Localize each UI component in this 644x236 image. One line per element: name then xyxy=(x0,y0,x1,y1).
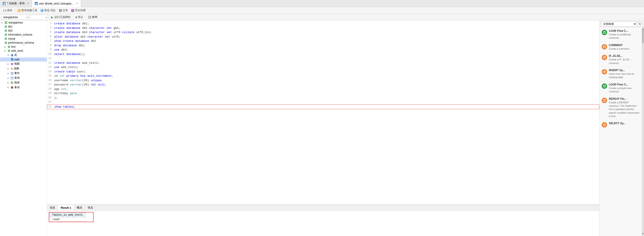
line-content[interactable]: create table user( xyxy=(54,70,598,74)
db-select[interactable] xyxy=(30,15,48,20)
line-content[interactable]: create database web_test1; xyxy=(54,61,598,65)
code-line-11[interactable]: 11 xyxy=(47,56,599,61)
sql-editor[interactable]: 3create database db1;4create database db… xyxy=(47,20,599,205)
code-line-5[interactable]: 5create database db3 character set utf8 … xyxy=(47,30,599,35)
code-line-17[interactable]: 17 password varchar(20) not null, xyxy=(47,82,599,87)
line-content[interactable]: create database db1; xyxy=(54,22,598,26)
run-selected-button[interactable]: ▶ 运行已选择的 xyxy=(49,15,72,20)
line-content[interactable]: id int primary key auto_increment, xyxy=(54,74,598,78)
code-line-22[interactable]: 22show tables; xyxy=(47,104,599,110)
sidebar-label-db2: db2 xyxy=(8,25,12,28)
tab-untitled-query[interactable]: * 无标题 - 查询 ✕ xyxy=(0,0,32,7)
tab-user-query[interactable]: user @web_test1 (wangqiu... ✕ xyxy=(32,0,81,7)
code-line-19[interactable]: 19 birthday date xyxy=(47,91,599,96)
snippet-item-insert-sy[interactable]: INSERT Sy...Insert new rows into an exis… xyxy=(600,67,642,81)
beautify-button[interactable]: 美化 SQL xyxy=(39,8,57,13)
sidebar-item-events[interactable]: ▸ 事件 xyxy=(0,71,47,76)
code-line-3[interactable]: 3create database db1; xyxy=(47,22,599,26)
line-content[interactable]: create database db2 character set gbk; xyxy=(54,26,598,30)
line-content[interactable]: drop database db1; xyxy=(54,44,598,48)
explain-button[interactable]: 解释 xyxy=(86,15,99,20)
sidebar-item-funcs[interactable]: ▸ fx 函数 xyxy=(0,66,47,71)
snippet-item-loop-flow[interactable]: LOOP Flow C...Create a simple loop const… xyxy=(600,81,642,96)
line-content[interactable]: use db3; xyxy=(54,48,598,52)
code-line-21[interactable]: 21 xyxy=(47,100,599,104)
line-number: 16 xyxy=(47,78,54,82)
code-line-18[interactable]: 18 age int, xyxy=(47,87,599,92)
sidebar-item-queries[interactable]: ▸ 查询 xyxy=(0,76,47,80)
text-button[interactable]: T 文本 xyxy=(58,8,69,13)
sidebar-item-mysql[interactable]: mysql xyxy=(0,37,47,41)
sidebar-item-tables-group[interactable]: ▾ 表 xyxy=(0,53,47,58)
sidebar-item-performance-schema[interactable]: performance_schema xyxy=(0,41,47,45)
scroll-down-arrow[interactable]: ▼ xyxy=(642,232,644,235)
line-number: 7 xyxy=(47,39,54,43)
line-content[interactable]: select database(); xyxy=(54,52,598,56)
code-line-8[interactable]: 8drop database db1; xyxy=(47,44,599,48)
sidebar-item-test[interactable]: ▸ test xyxy=(0,45,47,49)
sidebar-item-user-table[interactable]: user xyxy=(0,58,47,62)
line-content[interactable]: create database db3 character set utf8 c… xyxy=(54,30,598,35)
db-icon-test xyxy=(8,46,10,48)
line-content[interactable]: use web_test1; xyxy=(54,65,598,70)
line-content[interactable] xyxy=(54,56,598,61)
result-tabs: 信息 Result 1 概况 状态 xyxy=(47,205,599,211)
line-content[interactable]: show tables; xyxy=(54,105,597,109)
tag-select[interactable]: 全部标签 xyxy=(601,22,637,26)
line-content[interactable]: alter database db2 character set utf8; xyxy=(54,35,598,39)
tab-untitled-query-close[interactable]: ✕ xyxy=(27,2,29,5)
tab-user-query-close[interactable]: ✕ xyxy=(76,2,78,5)
sidebar-item-information-schema[interactable]: information_schema xyxy=(0,33,47,37)
code-line-9[interactable]: 9use db3; xyxy=(47,48,599,52)
code-line-12[interactable]: 12create database web_test1; xyxy=(47,61,599,65)
snippet-item-if-else[interactable]: IF...ELSE...Create a IF...ELSE... constr… xyxy=(600,52,642,67)
refresh-button[interactable]: ↻ xyxy=(638,22,642,26)
sidebar-item-reports[interactable]: ▸ 报表 xyxy=(0,80,47,85)
snippet-item-case-flow[interactable]: CASE Flow C...Create a conditional const… xyxy=(600,28,642,42)
result-table-row[interactable]: ▸user xyxy=(50,218,86,222)
result-tab-result1[interactable]: Result 1 xyxy=(58,205,74,210)
result-tab-overview[interactable]: 概况 xyxy=(74,205,85,210)
query-builder-button[interactable]: 查询创建工具 xyxy=(16,8,39,13)
code-line-10[interactable]: 10select database(); xyxy=(47,52,599,56)
line-content[interactable]: password varchar(20) not null, xyxy=(54,82,598,87)
stop-button[interactable]: ■ 停止 xyxy=(74,15,85,20)
sidebar-label-events: 事件 xyxy=(14,71,20,75)
line-content[interactable]: show create database db2 xyxy=(54,39,598,44)
line-content[interactable]: username varchar(20) unique, xyxy=(54,78,598,83)
snippet-item-select-sy[interactable]: SELECT Sy... xyxy=(600,120,642,130)
code-line-20[interactable]: 20); xyxy=(47,96,599,100)
sidebar-item-views[interactable]: ▸ 视图 xyxy=(0,62,47,66)
export-button[interactable]: 导出结果 xyxy=(70,8,87,13)
scroll-thumb[interactable] xyxy=(642,30,644,43)
line-content[interactable] xyxy=(54,100,598,104)
right-scrollbar[interactable]: ▲ ▼ xyxy=(642,28,644,236)
code-line-16[interactable]: 16 username varchar(20) unique, xyxy=(47,78,599,83)
sidebar-item-db2[interactable]: db2 xyxy=(0,24,47,29)
svg-rect-54 xyxy=(11,54,13,56)
line-content[interactable]: birthday date xyxy=(54,91,598,96)
snippet-icon xyxy=(602,98,607,103)
user-select[interactable]: wangqiuhao xyxy=(2,15,29,20)
sidebar-item-server[interactable]: ▾ wangqiuhao xyxy=(0,20,47,24)
save-button[interactable]: 保存 xyxy=(2,8,14,13)
chevron-right-icon-reports: ▸ xyxy=(8,82,10,84)
code-line-13[interactable]: 13use web_test1; xyxy=(47,65,599,70)
code-line-4[interactable]: 4create database db2 character set gbk; xyxy=(47,26,599,30)
result-tab-status[interactable]: 状态 xyxy=(85,205,96,210)
code-line-7[interactable]: 7show create database db2 xyxy=(47,39,599,44)
sidebar-item-web-test1[interactable]: ▾ web_test1 xyxy=(0,49,47,53)
line-content[interactable]: age int, xyxy=(54,87,598,92)
sidebar-item-db3[interactable]: db3 xyxy=(0,29,47,33)
snippet-item-repeat[interactable]: REPEAT Flo...Create a REPEAT construct. … xyxy=(600,96,642,120)
result-tab-info[interactable]: 信息 xyxy=(47,205,58,210)
code-line-6[interactable]: 6alter database db2 character set utf8; xyxy=(47,35,599,39)
line-content[interactable]: ); xyxy=(54,96,598,100)
user-select-wrap: wangqiuhao xyxy=(2,15,29,20)
sidebar-item-backup[interactable]: ▸ 备份 xyxy=(0,85,47,90)
code-line-15[interactable]: 15 id int primary key auto_increment, xyxy=(47,74,599,78)
line-number: 12 xyxy=(47,61,54,65)
sidebar-label-server: wangqiuhao xyxy=(8,21,23,24)
code-line-14[interactable]: 14create table user( xyxy=(47,70,599,74)
snippet-item-comment[interactable]: COMMENTCreate a comment xyxy=(600,42,642,52)
